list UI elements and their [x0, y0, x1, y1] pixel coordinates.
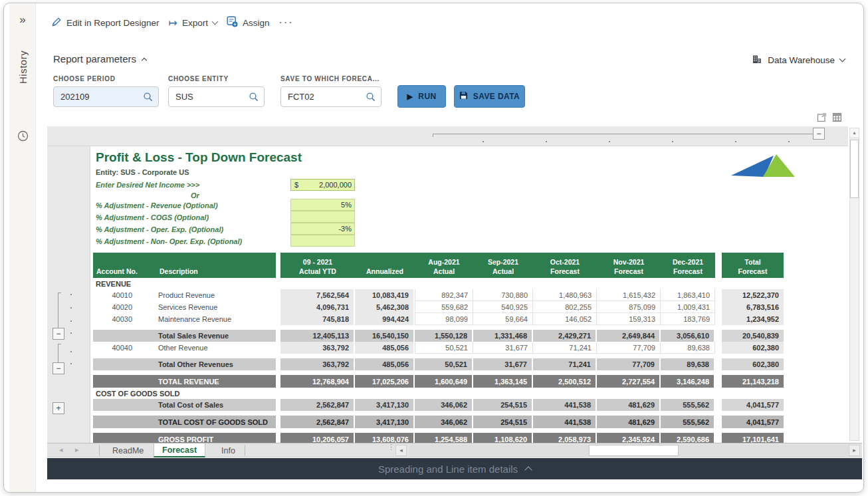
annualized-cell: 3,417,130	[355, 399, 415, 411]
search-icon[interactable]	[366, 92, 376, 105]
aug-actual-cell: 1,600,649	[415, 375, 473, 388]
table-row: GROSS PROFIT10,206,05713,608,0761,254,58…	[93, 433, 784, 443]
save-data-button[interactable]: SAVE DATA	[454, 85, 525, 108]
account-no-header: Account No.	[96, 267, 138, 275]
adjustment-input-cell[interactable]	[290, 235, 355, 247]
assign-button[interactable]: Assign	[227, 16, 270, 29]
sheet-tab-forecast[interactable]: Forecast	[154, 443, 205, 457]
dec-forecast-cell[interactable]: 1,863,410	[661, 289, 715, 301]
edit-in-report-designer-button[interactable]: Edit in Report Designer	[51, 17, 160, 29]
vertical-scroll-thumb[interactable]	[850, 140, 859, 198]
aug-actual-cell[interactable]: 892,347	[415, 289, 473, 301]
tab-scroll-right-icon[interactable]: ▸	[75, 445, 79, 454]
nov-forecast-cell: 481,629	[597, 416, 661, 428]
total-forecast-cell: 6,783,516	[722, 301, 784, 313]
table-body: REVENUE40010Product Revenue7,562,56410,0…	[93, 278, 784, 443]
net-income-input-cell[interactable]: $ 2,000,000	[290, 179, 355, 191]
nov-forecast-cell[interactable]: 77,709	[597, 342, 661, 354]
aug-actual-cell[interactable]: 98,099	[415, 313, 473, 325]
annualized-cell: 485,056	[355, 342, 415, 354]
grid-view-icon[interactable]	[832, 112, 842, 125]
sep-actual-cell: 1,108,620	[473, 433, 533, 443]
more-options-button[interactable]: ···	[279, 17, 294, 29]
spreading-details-drawer-toggle[interactable]: Spreading and Line item details	[47, 458, 862, 479]
vendor-logo	[730, 153, 799, 184]
row-group-collapse-button[interactable]: −	[53, 362, 64, 374]
column-header: 09 - 2021Actual YTD	[280, 253, 355, 278]
gap	[715, 289, 722, 301]
nov-forecast-cell[interactable]: 875,099	[597, 301, 661, 313]
oct-forecast-cell[interactable]: 146,052	[533, 313, 597, 325]
gap	[276, 289, 280, 301]
field-label: CHOOSE ENTITY	[168, 75, 265, 82]
nov-forecast-cell: 481,629	[597, 399, 661, 411]
annualized-cell: 3,417,130	[355, 416, 415, 428]
app-frame: » History Edit in Report Designer ↦ Expo…	[3, 3, 864, 493]
dec-forecast-cell[interactable]: 183,769	[661, 313, 715, 325]
field-label: SAVE TO WHICH FORECA...	[280, 75, 381, 82]
sheet-tab-info[interactable]: Info	[213, 443, 243, 457]
adjustment-input-cell[interactable]	[290, 211, 355, 223]
oct-forecast-cell[interactable]: 802,255	[533, 301, 597, 313]
nov-forecast-cell[interactable]: 159,313	[597, 313, 661, 325]
total-forecast-cell: 21,143,218	[722, 375, 784, 388]
vertical-scrollbar[interactable]: ▴	[849, 128, 859, 441]
total-forecast-cell: 20,540,839	[722, 330, 784, 342]
nov-forecast-cell: 2,345,924	[597, 433, 661, 443]
sheet-tab-readme[interactable]: ReadMe	[104, 443, 152, 457]
dec-forecast-cell[interactable]: 89,638	[661, 342, 715, 354]
total-forecast-cell: 602,380	[722, 342, 784, 354]
dec-forecast-cell[interactable]: 1,009,431	[661, 301, 715, 313]
actual-ytd-cell: 363,792	[280, 358, 355, 370]
open-in-window-icon[interactable]	[817, 112, 827, 125]
aug-actual-cell[interactable]: 50,521	[415, 342, 473, 354]
report-parameters-toggle[interactable]: Report parameters	[53, 53, 146, 64]
table-row: 40020Services Revenue4,096,7315,462,3085…	[93, 301, 784, 313]
dec-forecast-cell: 3,146,248	[661, 375, 715, 388]
actual-ytd-cell: 12,768,904	[280, 375, 355, 388]
row-group-expand-button[interactable]: +	[53, 402, 64, 414]
adjustment-input-cell[interactable]: -3%	[290, 223, 355, 235]
table-row: COST OF GOODS SOLD	[93, 388, 784, 399]
horizontal-scroll-thumb[interactable]	[589, 445, 679, 456]
oct-forecast-cell[interactable]: 71,241	[533, 342, 597, 354]
history-clock-icon[interactable]	[17, 130, 29, 144]
oct-forecast-cell: 2,500,512	[533, 375, 597, 388]
account-cell	[93, 416, 156, 428]
sep-actual-cell[interactable]: 59,664	[473, 313, 533, 325]
sidebar-expand-button[interactable]: »	[9, 13, 36, 27]
gap	[715, 313, 722, 325]
run-button[interactable]: ▶ RUN	[397, 85, 446, 108]
data-warehouse-selector[interactable]: Data Warehouse	[752, 54, 845, 66]
table-row: REVENUE	[93, 278, 784, 289]
oct-forecast-cell[interactable]: 1,480,963	[533, 289, 597, 301]
adjustment-input-cell[interactable]: 5%	[290, 199, 355, 211]
section-label: COST OF GOODS SOLD	[93, 388, 784, 399]
description-cell: Total Other Revenues	[156, 358, 276, 370]
nov-forecast-cell[interactable]: 1,615,432	[597, 289, 661, 301]
scroll-left-arrow[interactable]: ◂	[395, 445, 407, 456]
dec-forecast-cell: 555,562	[661, 416, 715, 428]
search-icon[interactable]	[143, 92, 154, 105]
gap	[715, 358, 722, 370]
sep-actual-cell[interactable]: 730,880	[473, 289, 533, 301]
column-group-collapse-button[interactable]: −	[813, 128, 825, 140]
search-icon[interactable]	[249, 92, 259, 105]
chevron-up-icon	[142, 57, 147, 62]
row-group-collapse-button[interactable]: −	[53, 328, 64, 340]
scroll-right-arrow[interactable]: ▸	[849, 445, 860, 456]
scroll-up-arrow[interactable]: ▴	[850, 128, 859, 138]
aug-actual-cell[interactable]: 559,682	[415, 301, 473, 313]
parameter-field: CHOOSE ENTITY	[168, 75, 265, 107]
sidebar-history-label[interactable]: History	[9, 37, 36, 97]
aug-actual-cell: 1,550,128	[415, 330, 473, 342]
tab-scroll-left-icon[interactable]: ◂	[59, 445, 63, 454]
pane-splitter-handle[interactable]: ⋮	[387, 445, 395, 449]
export-button[interactable]: ↦ Export	[169, 17, 217, 29]
column-header: Nov-2021Forecast	[597, 253, 661, 278]
annualized-cell: 485,056	[355, 358, 415, 370]
export-arrow-icon: ↦	[169, 17, 177, 29]
sep-actual-cell[interactable]: 540,925	[473, 301, 533, 313]
table-header-left: Account No. Description	[93, 253, 276, 278]
sep-actual-cell[interactable]: 31,677	[473, 342, 533, 354]
